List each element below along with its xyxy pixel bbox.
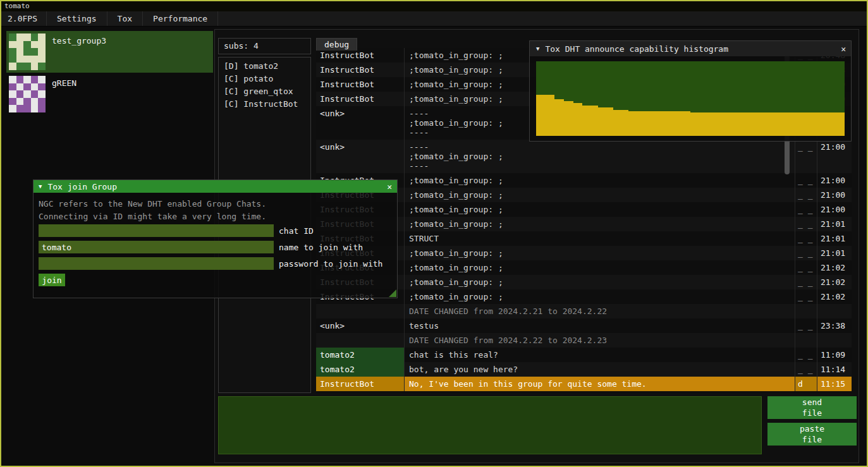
join-description-line1: NGC refers to the New DHT enabled Group … (39, 198, 392, 210)
message-time: 21:01 (817, 217, 852, 231)
histogram-window-titlebar[interactable]: ▼ Tox DHT announce capability histogram … (530, 41, 851, 56)
fps-counter: 2.0FPS (1, 11, 46, 26)
join-field-input[interactable] (39, 224, 274, 237)
message-status: _ _ (795, 318, 817, 333)
message-time: 23:38 (817, 318, 852, 333)
message-status: _ _ (795, 260, 817, 275)
histogram-window: ▼ Tox DHT announce capability histogram … (529, 40, 852, 142)
message-text: ;tomato_in_group: ; (405, 188, 795, 202)
sender-name: tomato2 (316, 362, 405, 377)
collapse-icon[interactable]: ▼ (39, 183, 42, 190)
message-time: 21:00 (817, 173, 852, 188)
join-field-row: name to join with (39, 241, 392, 253)
message-time (817, 333, 852, 348)
contact-item[interactable]: gREEN (6, 73, 213, 115)
message-status: _ _ (795, 217, 817, 231)
close-icon[interactable]: ✕ (841, 44, 846, 54)
join-field-input[interactable] (39, 257, 274, 270)
message-text: ;tomato_in_group: ; (405, 260, 795, 275)
send-file-button[interactable]: send file (767, 396, 857, 419)
message-text: ---- ;tomato_in_group: ; ---- (405, 140, 795, 173)
chat-system-row[interactable]: DATE CHANGED from 2024.2.21 to 2024.2.22 (316, 304, 852, 318)
join-field-input[interactable] (39, 241, 274, 253)
join-window-title: Tox join Group (47, 182, 117, 191)
resize-grip[interactable] (389, 289, 396, 297)
join-field-row: password to join with (39, 257, 392, 270)
contact-name: gREEN (52, 78, 76, 88)
join-field-label: password to join with (279, 259, 382, 269)
menu-item-performance[interactable]: Performance (142, 11, 218, 26)
join-window-titlebar[interactable]: ▼ Tox join Group ✕ (34, 180, 397, 193)
message-time: 11:09 (817, 348, 852, 362)
message-time: 21:02 (817, 275, 852, 289)
group-member-item[interactable]: [C] potato (219, 73, 310, 85)
message-time (817, 304, 852, 318)
join-field-label: name to join with (279, 243, 363, 252)
subs-count-box: subs: 4 (218, 38, 311, 54)
histogram-bar (536, 95, 554, 136)
chat-message-row[interactable]: tomato2chat is this real?_ _11:09 (316, 348, 852, 362)
paste-file-button[interactable]: paste file (767, 423, 857, 446)
message-time: 21:01 (817, 231, 852, 246)
menu-bar-items: SettingsToxPerformance (46, 11, 218, 26)
join-button[interactable]: join (39, 274, 65, 286)
message-text: DATE CHANGED from 2024.2.21 to 2024.2.22 (405, 304, 795, 318)
message-text: chat is this real? (405, 348, 795, 362)
group-member-item[interactable]: [C] green_qtox (219, 85, 310, 98)
message-status (795, 304, 817, 318)
sender-name: InstructBot (316, 92, 405, 106)
join-field-row: chat ID (39, 224, 392, 237)
join-group-window: ▼ Tox join Group ✕ NGC refers to the New… (33, 179, 398, 298)
message-text: testus (405, 318, 795, 333)
chat-message-row[interactable]: <unk>---- ;tomato_in_group: ; ----_ _21:… (316, 140, 852, 173)
sender-name (316, 333, 405, 348)
message-text: STRUCT (405, 231, 795, 246)
message-text: bot, are you new here? (405, 362, 795, 377)
tab-debug-label: debug (324, 40, 349, 49)
chat-message-row[interactable]: InstructBotNo, I've been in this group f… (316, 377, 852, 391)
contact-item[interactable]: test_group3 (6, 31, 213, 73)
chat-message-row[interactable]: tomato2bot, are you new here?_ _11:14 (316, 362, 852, 377)
sender-name: <unk> (316, 318, 405, 333)
menu-item-settings[interactable]: Settings (46, 11, 107, 26)
message-status: d (795, 377, 817, 391)
contact-avatar (9, 76, 46, 112)
message-text: DATE CHANGED from 2024.2.22 to 2024.2.23 (405, 333, 795, 348)
histogram-bar (598, 107, 613, 136)
close-icon[interactable]: ✕ (387, 182, 392, 191)
message-time: 11:15 (817, 377, 852, 391)
message-time: 21:02 (817, 289, 852, 304)
message-input[interactable] (218, 396, 762, 454)
message-status: _ _ (795, 275, 817, 289)
message-text: No, I've been in this group for quite so… (405, 377, 795, 391)
contact-name: test_group3 (52, 36, 106, 45)
chat-message-row[interactable]: <unk>testus_ _23:38 (316, 318, 852, 333)
contact-list: test_group3 gREEN (6, 31, 213, 116)
menu-item-tox[interactable]: Tox (107, 11, 142, 26)
sender-name: InstructBot (316, 377, 405, 391)
histogram-bar (690, 112, 845, 136)
subs-count-label: subs: 4 (224, 41, 259, 51)
message-status: _ _ (795, 246, 817, 260)
message-time: 21:02 (817, 260, 852, 275)
group-member-item[interactable]: [D] tomato2 (219, 60, 310, 73)
tab-debug[interactable]: debug (316, 38, 357, 51)
message-status: _ _ (795, 140, 817, 173)
group-member-item[interactable]: [C] InstructBot (219, 98, 310, 111)
histogram-bar (613, 110, 628, 136)
collapse-icon[interactable]: ▼ (536, 45, 539, 52)
histogram-window-title: Tox DHT announce capability histogram (545, 44, 728, 54)
message-status: _ _ (795, 231, 817, 246)
sender-name: InstructBot (316, 77, 405, 92)
join-fields: chat ID name to join with password to jo… (39, 224, 392, 270)
chat-system-row[interactable]: DATE CHANGED from 2024.2.22 to 2024.2.23 (316, 333, 852, 348)
histogram-bar (564, 101, 573, 136)
message-status: _ _ (795, 188, 817, 202)
sender-name: <unk> (316, 140, 405, 173)
message-text: ;tomato_in_group: ; (405, 246, 795, 260)
message-text: ;tomato_in_group: ; (405, 289, 795, 304)
window-titlebar[interactable]: tomato (1, 1, 867, 11)
join-window-body: NGC refers to the New DHT enabled Group … (34, 193, 397, 291)
histogram-bar (582, 106, 597, 136)
join-field-label: chat ID (279, 226, 314, 236)
